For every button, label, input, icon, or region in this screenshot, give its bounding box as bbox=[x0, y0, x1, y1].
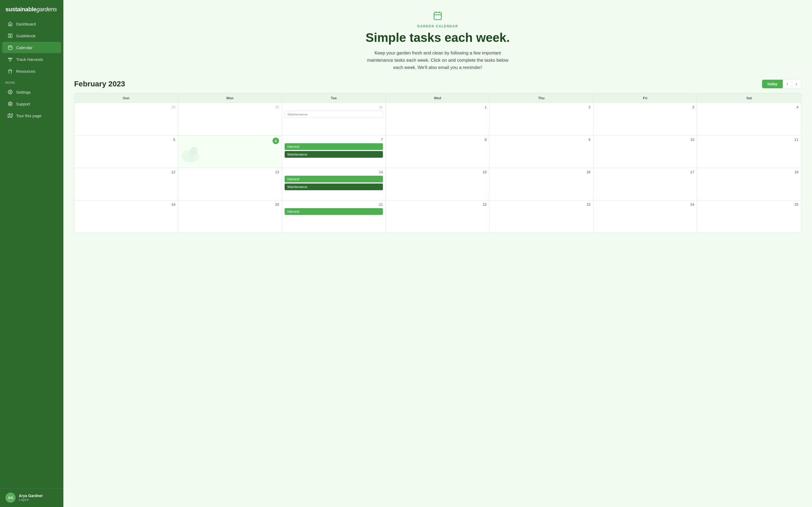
svg-point-23 bbox=[188, 146, 198, 158]
sidebar-item-support[interactable]: Support bbox=[2, 98, 61, 109]
calendar-day-feb14[interactable]: 14 Harvest Maintenance bbox=[282, 168, 386, 200]
calendar-day-feb23: 23 bbox=[490, 201, 594, 233]
prev-month-button[interactable]: ‹ bbox=[783, 79, 792, 89]
app-logo: sustainablegardens bbox=[0, 0, 63, 18]
more-label: MORE bbox=[0, 77, 63, 86]
main-content: GARDEN CALENDAR Simple tasks each week. … bbox=[63, 0, 812, 507]
next-month-button[interactable]: › bbox=[792, 79, 801, 89]
map-icon bbox=[7, 113, 13, 118]
day-header-tue: Tue bbox=[282, 93, 386, 103]
logout-link[interactable]: Logout bbox=[19, 498, 43, 502]
event-maintenance-feb7[interactable]: Maintenance bbox=[285, 151, 383, 158]
calendar-day-feb7[interactable]: 7 Harvest Maintenance bbox=[282, 135, 386, 168]
sidebar: sustainablegardens Dashboard Guidebook C… bbox=[0, 0, 63, 507]
calendar-header: February 2023 today ‹ › bbox=[74, 79, 801, 89]
sidebar-item-tour[interactable]: Tour this page bbox=[2, 110, 61, 121]
calendar-day-feb12: 12 bbox=[74, 168, 178, 200]
svg-line-14 bbox=[9, 104, 10, 105]
sidebar-item-label: Track Harvests bbox=[16, 57, 43, 62]
calendar-day-feb13: 13 bbox=[178, 168, 282, 200]
calendar-section: February 2023 today ‹ › Sun Mon Tue Wed … bbox=[74, 79, 801, 233]
calendar-day-feb22: 22 bbox=[386, 201, 490, 233]
calendar-day-feb24: 24 bbox=[594, 201, 697, 233]
sidebar-item-label: Tour this page bbox=[16, 113, 41, 118]
sidebar-item-label: Settings bbox=[16, 90, 31, 95]
calendar-day-feb2: 2 bbox=[490, 103, 594, 135]
sidebar-item-resources[interactable]: Resources bbox=[2, 65, 61, 77]
event-maintenance-feb14[interactable]: Maintenance bbox=[285, 183, 383, 190]
leaf-decoration bbox=[181, 144, 202, 165]
calendar-day-feb8: 8 bbox=[386, 135, 490, 168]
hero-title: Simple tasks each week. bbox=[80, 31, 796, 45]
calendar-nav: today ‹ › bbox=[762, 79, 801, 89]
svg-line-11 bbox=[9, 103, 10, 103]
svg-rect-18 bbox=[434, 12, 442, 19]
hero-description: Keep your garden fresh and clean by foll… bbox=[362, 49, 513, 71]
calendar-day-feb19: 19 bbox=[74, 201, 178, 233]
calendar-grid: Sun Mon Tue Wed Thu Fri Sat 29 30 31 Mai… bbox=[74, 93, 801, 233]
svg-point-22 bbox=[181, 149, 194, 164]
sidebar-item-label: Resources bbox=[16, 69, 36, 73]
svg-rect-2 bbox=[8, 46, 12, 50]
calendar-day-jan29: 29 bbox=[74, 103, 178, 135]
calendar-week-1: 29 30 31 Maintenance 1 2 3 4 bbox=[74, 103, 801, 135]
user-section: AG Arya Gardner Logout bbox=[0, 488, 63, 507]
calendar-day-feb16: 16 bbox=[490, 168, 594, 200]
calendar-days-header: Sun Mon Tue Wed Thu Fri Sat bbox=[74, 93, 801, 103]
support-icon bbox=[7, 101, 13, 107]
day-header-wed: Wed bbox=[386, 93, 490, 103]
avatar: AG bbox=[5, 493, 15, 503]
scale-icon bbox=[7, 57, 13, 62]
calendar-hero-icon bbox=[80, 11, 796, 22]
svg-rect-0 bbox=[8, 34, 10, 38]
svg-marker-15 bbox=[8, 114, 13, 118]
calendar-day-feb6: 6 bbox=[178, 135, 282, 168]
gear-icon bbox=[7, 89, 13, 95]
calendar-day-feb1: 1 bbox=[386, 103, 490, 135]
calendar-day-feb21[interactable]: 21 Harvest bbox=[282, 201, 386, 233]
calendar-day-feb4: 4 bbox=[697, 103, 801, 135]
calendar-day-feb10: 10 bbox=[594, 135, 697, 168]
home-icon bbox=[7, 21, 13, 26]
sidebar-item-calendar[interactable]: Calendar bbox=[2, 42, 61, 53]
hat-icon bbox=[7, 68, 13, 74]
calendar-day-feb15: 15 bbox=[386, 168, 490, 200]
book-icon bbox=[7, 33, 13, 38]
sidebar-item-label: Calendar bbox=[16, 45, 33, 50]
calendar-day-feb25: 25 bbox=[697, 201, 801, 233]
sidebar-item-label: Guidebook bbox=[16, 34, 36, 38]
calendar-week-2: 5 6 7 Harvest Maintenance 8 bbox=[74, 135, 801, 168]
hero-label: GARDEN CALENDAR bbox=[80, 24, 796, 28]
calendar-week-4: 19 20 21 Harvest 22 23 24 25 bbox=[74, 200, 801, 233]
day-header-sun: Sun bbox=[74, 93, 178, 103]
calendar-week-3: 12 13 14 Harvest Maintenance 15 16 17 18 bbox=[74, 168, 801, 200]
svg-point-24 bbox=[188, 154, 195, 163]
event-harvest-feb21[interactable]: Harvest bbox=[285, 208, 383, 215]
svg-point-10 bbox=[9, 103, 11, 105]
event-harvest-feb7[interactable]: Harvest bbox=[285, 143, 383, 150]
user-info: Arya Gardner Logout bbox=[19, 494, 43, 502]
sidebar-item-label: Dashboard bbox=[16, 22, 36, 26]
hero-section: GARDEN CALENDAR Simple tasks each week. … bbox=[74, 8, 801, 79]
day-header-thu: Thu bbox=[490, 93, 594, 103]
today-button[interactable]: today bbox=[762, 80, 783, 88]
calendar-day-feb11: 11 bbox=[697, 135, 801, 168]
calendar-day-jan30: 30 bbox=[178, 103, 282, 135]
svg-line-13 bbox=[11, 103, 11, 103]
calendar-month: February 2023 bbox=[74, 80, 125, 88]
svg-point-25 bbox=[193, 153, 200, 162]
sidebar-item-guidebook[interactable]: Guidebook bbox=[2, 30, 61, 41]
svg-line-12 bbox=[11, 104, 11, 105]
sidebar-item-dashboard[interactable]: Dashboard bbox=[2, 18, 61, 30]
day-header-sat: Sat bbox=[697, 93, 801, 103]
calendar-day-feb20: 20 bbox=[178, 201, 282, 233]
user-name: Arya Gardner bbox=[19, 494, 43, 498]
event-maintenance-jan31[interactable]: Maintenance bbox=[285, 111, 383, 118]
svg-rect-1 bbox=[11, 34, 12, 38]
calendar-icon bbox=[7, 45, 13, 50]
sidebar-item-settings[interactable]: Settings bbox=[2, 87, 61, 98]
event-harvest-feb14[interactable]: Harvest bbox=[285, 176, 383, 182]
sidebar-item-label: Support bbox=[16, 102, 30, 106]
sidebar-item-track-harvests[interactable]: Track Harvests bbox=[2, 54, 61, 65]
svg-point-8 bbox=[10, 92, 11, 93]
